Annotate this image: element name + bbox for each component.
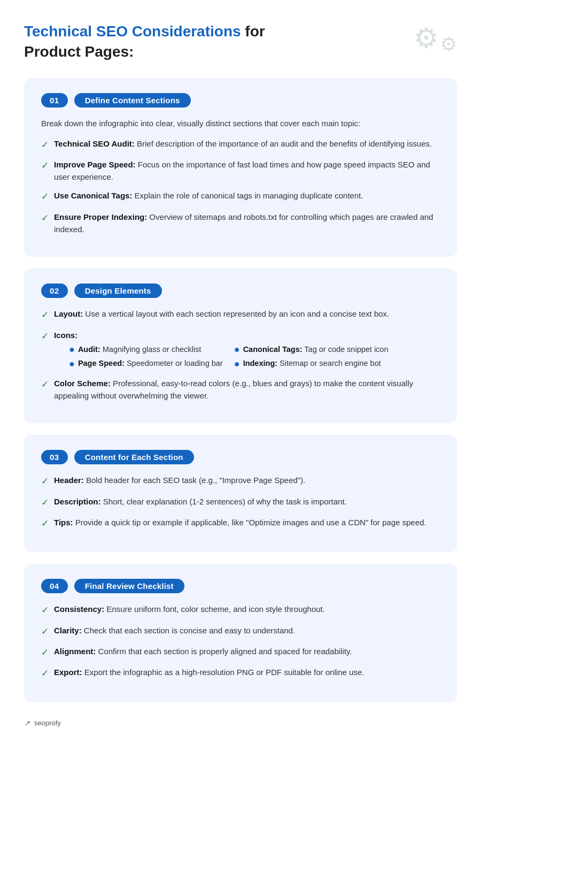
item-text: Use Canonical Tags: Explain the role of … (54, 189, 363, 202)
arrow-icon: ↗ (24, 718, 31, 728)
check-icon: ✓ (41, 159, 49, 173)
item-text: Tips: Provide a quick tip or example if … (54, 516, 427, 529)
icon-label: Audit: Magnifying glass or checklist (78, 343, 201, 355)
item-text: Improve Page Speed: Focus on the importa… (54, 158, 440, 183)
section-04-header: 04 Final Review Checklist (41, 579, 440, 593)
item-text: Technical SEO Audit: Brief description o… (54, 137, 432, 150)
list-item: ✓ Consistency: Ensure uniform font, colo… (41, 603, 440, 617)
section-01-card: 01 Define Content Sections Break down th… (24, 78, 457, 257)
list-item: ✓ Icons: ● Audit: Magnifying glass or ch… (41, 329, 440, 371)
item-text: Alignment: Confirm that each section is … (54, 645, 352, 657)
gear-big-icon: ⚙ (414, 24, 439, 54)
list-item: ✓ Layout: Use a vertical layout with eac… (41, 308, 440, 322)
footer-brand: ↗ seoprofy (24, 718, 457, 728)
check-icon: ✓ (41, 378, 49, 392)
section-03-header: 03 Content for Each Section (41, 450, 440, 464)
item-text: Color Scheme: Professional, easy-to-read… (54, 377, 440, 402)
check-icon: ✓ (41, 330, 49, 343)
check-icon: ✓ (41, 667, 49, 680)
gear-small-icon: ⚙ (440, 35, 457, 54)
check-icon: ✓ (41, 308, 49, 322)
section-02-header: 02 Design Elements (41, 284, 440, 298)
section-03-list: ✓ Header: Bold header for each SEO task … (41, 474, 440, 531)
item-text: Icons: ● Audit: Magnifying glass or chec… (54, 329, 389, 371)
item-text: Consistency: Ensure uniform font, color … (54, 603, 325, 615)
icon-item-audit: ● Audit: Magnifying glass or checklist (69, 343, 223, 355)
list-item: ✓ Ensure Proper Indexing: Overview of si… (41, 211, 440, 236)
section-01-header: 01 Define Content Sections (41, 93, 440, 108)
section-02-title: Design Elements (74, 284, 162, 298)
title-highlight: Technical SEO Considerations (24, 23, 241, 40)
list-item: ✓ Clarity: Check that each section is co… (41, 624, 440, 639)
item-text: Layout: Use a vertical layout with each … (54, 308, 389, 320)
check-icon: ✓ (41, 190, 49, 204)
check-icon: ✓ (41, 517, 49, 531)
list-item: ✓ Tips: Provide a quick tip or example i… (41, 516, 440, 531)
icon-label: Indexing: Sitemap or search engine bot (243, 357, 381, 369)
item-text: Ensure Proper Indexing: Overview of site… (54, 211, 440, 236)
dot-icon: ● (69, 359, 75, 369)
check-icon: ✓ (41, 211, 49, 225)
section-01-intro: Break down the infographic into clear, v… (41, 117, 440, 130)
section-04-number: 04 (41, 579, 68, 593)
check-icon: ✓ (41, 474, 49, 488)
icon-label: Canonical Tags: Tag or code snippet icon (243, 343, 389, 355)
icon-item-indexing: ● Indexing: Sitemap or search engine bot (234, 357, 389, 369)
page-header: Technical SEO Considerations forProduct … (24, 21, 457, 62)
list-item: ✓ Export: Export the infographic as a hi… (41, 666, 440, 680)
list-item: ✓ Technical SEO Audit: Brief description… (41, 137, 440, 152)
check-icon: ✓ (41, 625, 49, 639)
check-icon: ✓ (41, 603, 49, 617)
page-title: Technical SEO Considerations forProduct … (24, 21, 265, 62)
gears-decoration: ⚙ ⚙ (414, 24, 457, 54)
brand-name: seoprofy (34, 719, 61, 727)
dot-icon: ● (69, 344, 75, 354)
list-item: ✓ Description: Short, clear explanation … (41, 495, 440, 510)
item-text: Clarity: Check that each section is conc… (54, 624, 295, 637)
section-03-title: Content for Each Section (74, 450, 194, 464)
check-icon: ✓ (41, 496, 49, 510)
icons-grid: ● Audit: Magnifying glass or checklist ●… (69, 343, 389, 370)
section-01-list: ✓ Technical SEO Audit: Brief description… (41, 137, 440, 236)
item-text: Description: Short, clear explanation (1… (54, 495, 347, 508)
section-03-card: 03 Content for Each Section ✓ Header: Bo… (24, 435, 457, 552)
section-02-card: 02 Design Elements ✓ Layout: Use a verti… (24, 269, 457, 423)
section-01-title: Define Content Sections (74, 93, 191, 108)
dot-icon: ● (234, 359, 240, 369)
section-02-number: 02 (41, 284, 68, 298)
item-text: Header: Bold header for each SEO task (e… (54, 474, 305, 486)
list-item: ✓ Color Scheme: Professional, easy-to-re… (41, 377, 440, 402)
list-item: ✓ Improve Page Speed: Focus on the impor… (41, 158, 440, 183)
list-item: ✓ Use Canonical Tags: Explain the role o… (41, 189, 440, 204)
item-text: Export: Export the infographic as a high… (54, 666, 364, 678)
list-item: ✓ Alignment: Confirm that each section i… (41, 645, 440, 660)
section-01-number: 01 (41, 93, 68, 108)
dot-icon: ● (234, 344, 240, 354)
icon-item-canonical: ● Canonical Tags: Tag or code snippet ic… (234, 343, 389, 355)
section-02-list: ✓ Layout: Use a vertical layout with eac… (41, 308, 440, 402)
section-03-number: 03 (41, 450, 68, 464)
icon-item-pagespeed: ● Page Speed: Speedometer or loading bar (69, 357, 223, 369)
section-04-card: 04 Final Review Checklist ✓ Consistency:… (24, 564, 457, 702)
check-icon: ✓ (41, 138, 49, 152)
section-04-list: ✓ Consistency: Ensure uniform font, colo… (41, 603, 440, 680)
icon-label: Page Speed: Speedometer or loading bar (78, 357, 223, 369)
list-item: ✓ Header: Bold header for each SEO task … (41, 474, 440, 488)
check-icon: ✓ (41, 646, 49, 660)
section-04-title: Final Review Checklist (74, 579, 184, 593)
